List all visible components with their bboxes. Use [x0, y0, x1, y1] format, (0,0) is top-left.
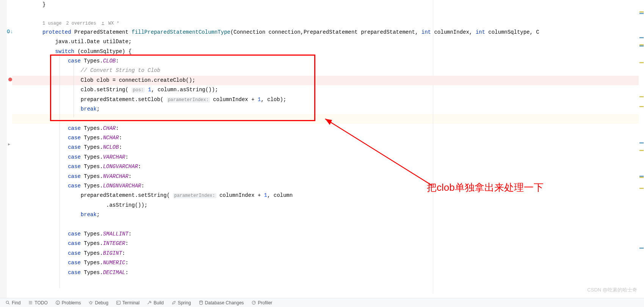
code-line: case Types.NCLOB: — [42, 143, 644, 152]
watermark: CSDN @吃素的哈士奇 — [587, 287, 637, 293]
indent-guide — [74, 62, 74, 117]
code-line: java.util.Date utilDate; — [42, 37, 644, 47]
database-icon — [199, 300, 204, 305]
warning-icon — [55, 300, 60, 305]
code-line: case Types.VARCHAR: — [42, 153, 644, 162]
svg-point-3 — [6, 301, 9, 304]
code-line: case Types.BIGINT: — [42, 249, 644, 258]
code-line: case Types.NCHAR: — [42, 133, 644, 143]
toolbar-spring[interactable]: Spring — [171, 300, 191, 305]
code-line: switch (columnSqltype) { — [42, 47, 644, 56]
toolbar-find[interactable]: Find — [5, 300, 20, 305]
code-line: case Types.SMALLINT: — [42, 229, 644, 239]
annotation-label: 把clob单独拿出来处理一下 — [427, 181, 544, 194]
toolbar-db-changes[interactable]: Database Changes — [199, 300, 244, 305]
person-icon — [101, 21, 105, 25]
author-hint[interactable]: WX * — [101, 19, 119, 28]
svg-point-11 — [90, 302, 92, 304]
svg-point-16 — [199, 301, 202, 302]
svg-point-0 — [102, 22, 103, 23]
toolbar-profiler[interactable]: Profiler — [251, 300, 272, 305]
hammer-icon — [147, 300, 152, 305]
code-line: clob.setString( pos: 1, column.asString(… — [42, 85, 644, 95]
code-line — [42, 114, 644, 123]
breakpoint-icon[interactable] — [8, 78, 12, 81]
code-line: case Types.CLOB: — [42, 56, 644, 66]
svg-line-14 — [92, 302, 93, 302]
code-line: preparedStatement.setClob( parameterInde… — [42, 95, 644, 104]
code-line: case Types.NUMERIC: — [42, 258, 644, 268]
toolbar-debug[interactable]: Debug — [88, 300, 108, 305]
overrides-hint[interactable]: 2 overrides — [66, 19, 96, 28]
code-line: break; — [42, 104, 644, 114]
code-editor[interactable]: } 1 usage 2 overrides WX * protected Pre… — [14, 0, 644, 293]
code-line: preparedStatement.setString( parameterIn… — [42, 191, 644, 200]
terminal-icon — [116, 300, 121, 305]
inlay-hint: pos: — [132, 87, 145, 93]
list-icon — [28, 300, 33, 305]
fold-icon[interactable]: ▶ — [8, 142, 10, 146]
inlay-hint: parameterIndex: — [173, 193, 216, 198]
toolbar-todo[interactable]: TODO — [28, 300, 47, 305]
code-line: case Types.LONGVARCHAR: — [42, 162, 644, 171]
code-line: case Types.DECIMAL: — [42, 268, 644, 277]
gauge-icon — [251, 300, 256, 305]
code-line: protected PreparedStatement fillPrepared… — [42, 28, 644, 37]
svg-line-18 — [254, 302, 255, 302]
svg-line-13 — [89, 302, 90, 302]
toolbar-terminal[interactable]: Terminal — [116, 300, 139, 305]
bug-icon — [88, 300, 93, 305]
svg-point-10 — [58, 304, 58, 304]
code-line: // Convert String to Clob — [42, 66, 644, 75]
code-line: case Types.LONGNVARCHAR: — [42, 181, 644, 191]
fold-icon[interactable]: ▾ — [8, 30, 10, 35]
code-line: .asString()); — [42, 201, 644, 210]
inlay-meta: 1 usage 2 overrides WX * — [42, 19, 644, 28]
svg-rect-15 — [116, 301, 120, 304]
bottom-toolbar: Find TODO Problems Debug Terminal Build … — [0, 298, 644, 307]
leaf-icon — [171, 300, 176, 305]
code-line: break; — [42, 210, 644, 220]
code-line: Clob clob = connection.createClob(); — [42, 76, 644, 85]
toolbar-build[interactable]: Build — [147, 300, 164, 305]
toolbar-problems[interactable]: Problems — [55, 300, 81, 305]
inlay-hint: parameterIndex: — [167, 97, 210, 103]
usages-hint[interactable]: 1 usage — [42, 19, 61, 28]
gutter-fold: O↓ ▾ ▶ — [7, 0, 12, 307]
code-line: case Types.NVARCHAR: — [42, 172, 644, 181]
right-scroll-marks — [639, 0, 644, 293]
code-line: case Types.CHAR: — [42, 124, 644, 133]
indent-guide — [60, 53, 60, 288]
gutter-left — [0, 0, 7, 307]
code-line: case Types.INTEGER: — [42, 239, 644, 248]
svg-line-4 — [8, 303, 9, 304]
search-icon — [5, 300, 10, 305]
